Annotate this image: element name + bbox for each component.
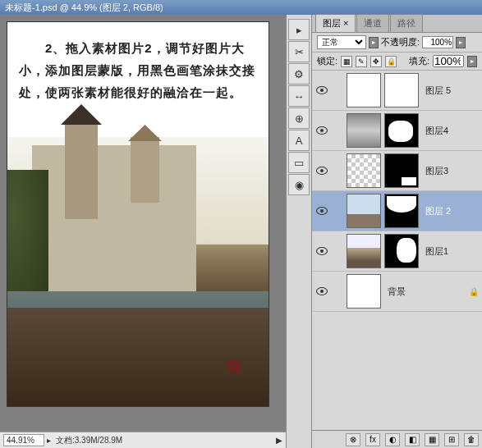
visibility-toggle[interactable] (315, 204, 328, 217)
panel-footer: ⊗fx◐◧▦⊞🗑 (312, 430, 482, 448)
vtool-3[interactable]: ↔ (288, 85, 310, 107)
canvas-statusbar: 44.91% ▸ 文档:3.39M/28.9M ▶ (0, 432, 286, 448)
document-titlebar: 未标题-1.psd @ 44.9% (图层 2, RGB/8) (0, 0, 482, 15)
layer-thumb[interactable] (347, 73, 381, 107)
opacity-label: 不透明度: (381, 36, 420, 48)
link-box[interactable] (332, 124, 343, 137)
visibility-toggle[interactable] (315, 285, 328, 298)
eye-icon (316, 167, 328, 175)
panel-tabs: 图层 × 通道 路径 (312, 15, 482, 33)
vtool-2[interactable]: ⚙ (288, 63, 310, 85)
visibility-toggle[interactable] (315, 124, 328, 137)
composite-image: 飛 (7, 137, 269, 406)
canvas-area: 2、拖入素材图片2，调节好图片大小，添加图层蒙版，用黑色画笔涂抹交接处，使两张素… (0, 15, 286, 448)
footer-btn-5[interactable]: ⊞ (444, 433, 459, 446)
footer-btn-2[interactable]: ◐ (385, 433, 400, 446)
link-box[interactable] (332, 204, 343, 217)
layer-name[interactable]: 图层3 (425, 165, 448, 177)
layer-name[interactable]: 图层4 (425, 125, 448, 137)
layer-thumb[interactable] (347, 234, 381, 268)
layer-row[interactable]: 图层3 (312, 151, 482, 191)
eye-icon (316, 126, 328, 135)
layer-mask-thumb[interactable] (384, 153, 419, 188)
status-more[interactable]: ▶ (276, 436, 282, 445)
doc-size: 文档:3.39M/28.9M (56, 435, 122, 446)
visibility-toggle[interactable] (315, 84, 328, 97)
fill-label: 填充: (409, 55, 429, 67)
fill-arrow[interactable]: ▸ (467, 56, 477, 67)
layer-mask-thumb[interactable] (384, 194, 419, 228)
lock-icon: 🔒 (469, 287, 479, 296)
zoom-input[interactable]: 44.91% (3, 434, 44, 446)
footer-btn-6[interactable]: 🗑 (464, 433, 479, 446)
eye-icon (316, 207, 328, 215)
vtool-7[interactable]: ◉ (288, 174, 310, 195)
blend-arrow[interactable]: ▸ (369, 37, 379, 48)
layer-mask-thumb[interactable] (384, 73, 419, 107)
link-box[interactable] (332, 164, 343, 177)
lock-pixels-icon[interactable]: ✎ (356, 56, 367, 67)
layer-name[interactable]: 图层1 (425, 245, 448, 258)
footer-btn-1[interactable]: fx (365, 433, 380, 446)
tab-channels[interactable]: 通道 (356, 14, 389, 32)
visibility-toggle[interactable] (315, 245, 328, 258)
eye-icon (316, 287, 328, 295)
layer-mask-thumb[interactable] (384, 234, 419, 268)
fill-input[interactable] (433, 55, 464, 67)
status-arrow[interactable]: ▸ (47, 436, 51, 445)
layer-row[interactable]: 图层 5 (312, 71, 482, 111)
document-canvas[interactable]: 2、拖入素材图片2，调节好图片大小，添加图层蒙版，用黑色画笔涂抹交接处，使两张素… (7, 21, 269, 407)
layer-row[interactable]: 图层1 (312, 231, 482, 272)
layer-row[interactable]: 背景🔒 (312, 272, 482, 312)
layer-thumb[interactable] (347, 153, 381, 188)
document-title: 未标题-1.psd @ 44.9% (图层 2, RGB/8) (5, 2, 163, 14)
layer-thumb[interactable] (347, 113, 381, 148)
blend-row: 正常 ▸ 不透明度: ▸ (312, 33, 482, 53)
eye-icon (316, 86, 328, 94)
visibility-toggle[interactable] (315, 164, 328, 177)
lock-position-icon[interactable]: ✥ (370, 56, 382, 67)
lock-all-icon[interactable]: 🔒 (385, 56, 397, 67)
link-box[interactable] (332, 285, 343, 298)
vtool-1[interactable]: ✂ (288, 41, 310, 62)
layers-panel: 图层 × 通道 路径 正常 ▸ 不透明度: ▸ 锁定: ▦ ✎ ✥ 🔒 填充: … (312, 15, 482, 448)
link-box[interactable] (332, 84, 343, 97)
layer-name[interactable]: 图层 2 (425, 205, 451, 217)
vtool-6[interactable]: ▭ (288, 152, 310, 173)
footer-btn-3[interactable]: ◧ (405, 433, 420, 446)
lock-transparency-icon[interactable]: ▦ (341, 56, 352, 67)
layer-row[interactable]: 图层 2 (312, 191, 482, 231)
layers-list[interactable]: 图层 5图层4图层3图层 2图层1背景🔒 (312, 71, 482, 430)
link-box[interactable] (332, 245, 343, 258)
layer-name[interactable]: 图层 5 (425, 85, 451, 97)
opacity-arrow[interactable]: ▸ (456, 37, 466, 48)
layer-mask-thumb[interactable] (384, 113, 419, 148)
tutorial-text: 2、拖入素材图片2，调节好图片大小，添加图层蒙版，用黑色画笔涂抹交接处，使两张素… (7, 22, 269, 112)
tab-layers[interactable]: 图层 × (315, 14, 356, 32)
vtool-4[interactable]: ⊕ (288, 107, 310, 129)
layer-thumb[interactable] (347, 274, 381, 309)
vtool-0[interactable]: ▸ (288, 19, 310, 40)
lock-row: 锁定: ▦ ✎ ✥ 🔒 填充: ▸ (312, 53, 482, 71)
vtool-5[interactable]: A (288, 130, 310, 151)
workspace: 2、拖入素材图片2，调节好图片大小，添加图层蒙版，用黑色画笔涂抹交接处，使两张素… (0, 15, 482, 448)
layer-row[interactable]: 图层4 (312, 111, 482, 151)
layer-thumb[interactable] (347, 194, 381, 228)
vertical-toolbar: ▸✂⚙↔⊕A▭◉ (286, 15, 312, 448)
layer-name[interactable]: 背景 (388, 286, 406, 298)
canvas-scroll[interactable]: 2、拖入素材图片2，调节好图片大小，添加图层蒙版，用黑色画笔涂抹交接处，使两张素… (0, 15, 286, 432)
footer-btn-0[interactable]: ⊗ (346, 433, 360, 446)
footer-btn-4[interactable]: ▦ (425, 433, 439, 446)
blend-mode-select[interactable]: 正常 (317, 35, 366, 49)
tab-paths[interactable]: 路径 (390, 14, 423, 32)
opacity-input[interactable] (422, 36, 453, 48)
eye-icon (316, 247, 328, 255)
lock-label: 锁定: (317, 55, 337, 67)
artist-stamp: 飛 (219, 349, 244, 390)
